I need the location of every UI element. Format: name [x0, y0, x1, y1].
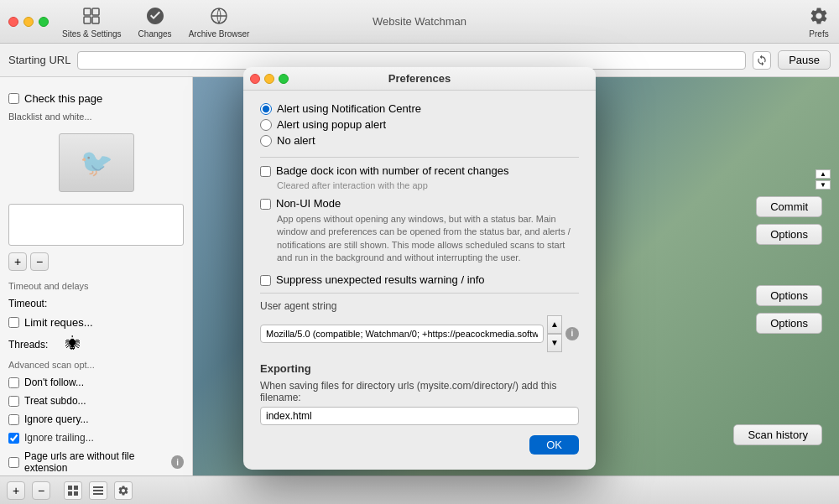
alert-popup-radio[interactable]: [260, 119, 272, 131]
dialog-minimize-button[interactable]: [264, 74, 274, 84]
filename-input[interactable]: [260, 407, 579, 425]
ok-button[interactable]: OK: [529, 435, 579, 455]
user-agent-stepper-down[interactable]: ▼: [547, 334, 562, 352]
divider-2: [260, 293, 579, 294]
alert-none-radio[interactable]: [260, 135, 272, 147]
suppress-checkbox[interactable]: [260, 275, 271, 286]
dialog-title: Preferences: [388, 72, 451, 85]
alert-none-label: No alert: [277, 134, 315, 147]
alert-radio-group: Alert using Notification Centre Alert us…: [260, 102, 579, 147]
user-agent-info-icon[interactable]: i: [565, 327, 579, 340]
exporting-header: Exporting: [260, 362, 579, 375]
badge-dock-sub: Cleared after interaction with the app: [277, 180, 579, 190]
badge-dock-row: Badge dock icon with number of recent ch…: [260, 164, 579, 177]
non-ui-label: Non-UI Mode: [276, 197, 341, 210]
filename-label: When saving files for directory urls (my…: [260, 380, 579, 403]
dialog-content: Alert using Notification Centre Alert us…: [243, 91, 596, 470]
dialog-overlay: Preferences Alert using Notification Cen…: [0, 0, 839, 504]
user-agent-label: User agent string: [260, 300, 579, 312]
dialog-traffic-lights: [250, 74, 289, 84]
user-agent-stepper-up[interactable]: ▲: [547, 315, 562, 334]
preferences-dialog: Preferences Alert using Notification Cen…: [243, 67, 596, 470]
non-ui-desc: App opens without opening any windows, b…: [277, 213, 579, 265]
suppress-label: Suppress unexpected results warning / in…: [276, 273, 485, 286]
non-ui-row: Non-UI Mode: [260, 197, 579, 210]
user-agent-row: ▲ ▼ i: [260, 315, 579, 352]
alert-none-row[interactable]: No alert: [260, 134, 579, 147]
badge-dock-label: Badge dock icon with number of recent ch…: [276, 164, 509, 177]
badge-dock-checkbox[interactable]: [260, 166, 271, 177]
dialog-title-bar: Preferences: [243, 67, 596, 91]
dialog-footer: OK: [260, 435, 579, 458]
dialog-close-button[interactable]: [250, 74, 260, 84]
suppress-row: Suppress unexpected results warning / in…: [260, 273, 579, 286]
user-agent-input[interactable]: [260, 325, 544, 343]
alert-notification-label: Alert using Notification Centre: [277, 102, 421, 115]
alert-popup-label: Alert using popup alert: [277, 118, 386, 131]
alert-notification-radio[interactable]: [260, 103, 272, 115]
non-ui-checkbox[interactable]: [260, 199, 271, 210]
divider-1: [260, 157, 579, 158]
dialog-maximize-button[interactable]: [279, 74, 289, 84]
alert-popup-row[interactable]: Alert using popup alert: [260, 118, 579, 131]
alert-notification-row[interactable]: Alert using Notification Centre: [260, 102, 579, 115]
